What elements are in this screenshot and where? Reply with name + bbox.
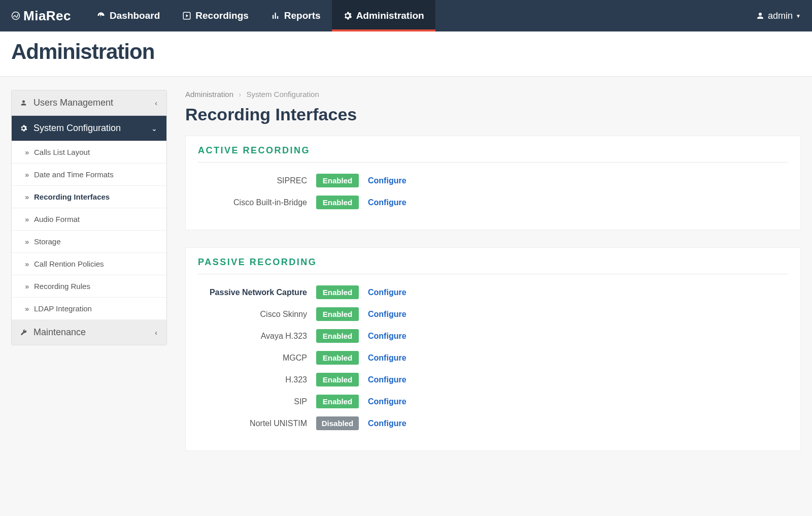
sidebar-maintenance-label: Maintenance (33, 327, 86, 338)
interface-row: SIPEnabledConfigure (198, 393, 788, 414)
user-menu[interactable]: admin ▼ (756, 0, 801, 31)
interface-name: Avaya H.323 (198, 332, 307, 341)
sidebar-subitems: Calls List LayoutDate and Time FormatsRe… (12, 141, 166, 320)
nav-reports-label: Reports (284, 10, 321, 21)
user-icon (756, 11, 765, 20)
sidebar-subitem[interactable]: Storage (12, 231, 166, 253)
status-badge: Enabled (316, 329, 359, 343)
interface-name: Nortel UNISTIM (198, 419, 307, 428)
status-badge: Enabled (316, 174, 359, 187)
configure-link[interactable]: Configure (368, 198, 788, 207)
status-badge: Enabled (316, 373, 359, 386)
nav-administration-label: Administration (356, 10, 424, 21)
interface-row: H.323EnabledConfigure (198, 371, 788, 393)
interface-name: Cisco Built-in-Bridge (198, 198, 307, 207)
sidebar-subitem[interactable]: Date and Time Formats (12, 164, 166, 186)
nav-reports[interactable]: Reports (260, 0, 332, 31)
chevron-left-icon: ‹ (155, 99, 157, 107)
brand-icon (11, 11, 20, 20)
interface-row: SIPRECEnabledConfigure (198, 172, 788, 194)
status-badge: Enabled (316, 395, 359, 408)
main-area: Users Management ‹ System Configuration … (0, 77, 812, 481)
configure-link[interactable]: Configure (368, 353, 788, 363)
configure-link[interactable]: Configure (368, 419, 788, 428)
recordings-icon (182, 11, 191, 20)
interface-row: Avaya H.323EnabledConfigure (198, 327, 788, 349)
interface-row: Cisco SkinnyEnabledConfigure (198, 305, 788, 327)
active-recording-card: ACTIVE RECORDING SIPRECEnabledConfigureC… (185, 136, 801, 230)
page-title: Administration (11, 40, 801, 64)
sidebar-users-management-label: Users Management (33, 98, 113, 108)
configure-link[interactable]: Configure (368, 288, 788, 297)
passive-recording-title: PASSIVE RECORDING (198, 257, 788, 274)
interface-row: Passive Network CaptureEnabledConfigure (198, 283, 788, 305)
content-title: Recording Interfaces (185, 105, 801, 124)
interface-name: H.323 (198, 375, 307, 384)
sidebar-users-management[interactable]: Users Management ‹ (12, 90, 166, 116)
top-nav: MiaRec Dashboard Recordings Reports Admi… (0, 0, 812, 31)
chevron-left-icon: ‹ (155, 329, 157, 337)
user-label: admin (768, 11, 793, 21)
svg-point-0 (12, 12, 20, 20)
nav-recordings-label: Recordings (195, 10, 249, 21)
sidebar-subitem[interactable]: LDAP Integration (12, 298, 166, 320)
configure-link[interactable]: Configure (368, 397, 788, 406)
interface-row: Nortel UNISTIMDisabledConfigure (198, 414, 788, 436)
brand-logo[interactable]: MiaRec (11, 0, 85, 31)
status-badge: Enabled (316, 196, 359, 209)
breadcrumb-root[interactable]: Administration (185, 90, 233, 99)
nav-links: Dashboard Recordings Reports Administrat… (85, 0, 435, 31)
reports-icon (271, 11, 280, 20)
interface-row: Cisco Built-in-BridgeEnabledConfigure (198, 194, 788, 215)
dashboard-icon (96, 11, 106, 20)
interface-name: SIPREC (198, 176, 307, 185)
configure-link[interactable]: Configure (368, 176, 788, 185)
sidebar-subitem[interactable]: Audio Format (12, 208, 166, 231)
gear-icon (343, 11, 352, 20)
interface-name: MGCP (198, 353, 307, 363)
chevron-right-icon: › (239, 90, 241, 99)
wrench-icon (20, 329, 27, 336)
sidebar-system-configuration[interactable]: System Configuration ⌄ (12, 116, 166, 141)
user-icon (20, 99, 27, 107)
sidebar-maintenance[interactable]: Maintenance ‹ (12, 320, 166, 345)
gear-icon (20, 124, 27, 132)
sidebar: Users Management ‹ System Configuration … (11, 90, 167, 345)
nav-dashboard[interactable]: Dashboard (85, 0, 171, 31)
active-recording-title: ACTIVE RECORDING (198, 145, 788, 163)
status-badge: Disabled (316, 416, 359, 430)
interface-name: SIP (198, 397, 307, 406)
content-area: Administration › System Configuration Re… (185, 90, 801, 468)
status-badge: Enabled (316, 351, 359, 365)
nav-dashboard-label: Dashboard (110, 10, 160, 21)
interface-name: Passive Network Capture (198, 288, 307, 297)
nav-recordings[interactable]: Recordings (171, 0, 260, 31)
configure-link[interactable]: Configure (368, 332, 788, 341)
breadcrumb-section: System Configuration (246, 90, 319, 99)
nav-administration[interactable]: Administration (332, 0, 435, 31)
caret-down-icon: ▼ (796, 13, 801, 19)
sidebar-subitem[interactable]: Call Rention Policies (12, 253, 166, 275)
status-badge: Enabled (316, 285, 359, 299)
configure-link[interactable]: Configure (368, 310, 788, 319)
interface-name: Cisco Skinny (198, 310, 307, 319)
page-header: Administration (0, 31, 812, 77)
sidebar-subitem[interactable]: Recording Rules (12, 275, 166, 298)
chevron-down-icon: ⌄ (151, 124, 157, 133)
passive-recording-card: PASSIVE RECORDING Passive Network Captur… (185, 247, 801, 451)
status-badge: Enabled (316, 307, 359, 321)
sidebar-subitem[interactable]: Calls List Layout (12, 141, 166, 164)
configure-link[interactable]: Configure (368, 375, 788, 384)
interface-row: MGCPEnabledConfigure (198, 349, 788, 371)
breadcrumb: Administration › System Configuration (185, 90, 801, 99)
brand-text: MiaRec (23, 8, 71, 24)
sidebar-system-configuration-label: System Configuration (33, 123, 121, 134)
sidebar-subitem[interactable]: Recording Interfaces (12, 186, 166, 208)
